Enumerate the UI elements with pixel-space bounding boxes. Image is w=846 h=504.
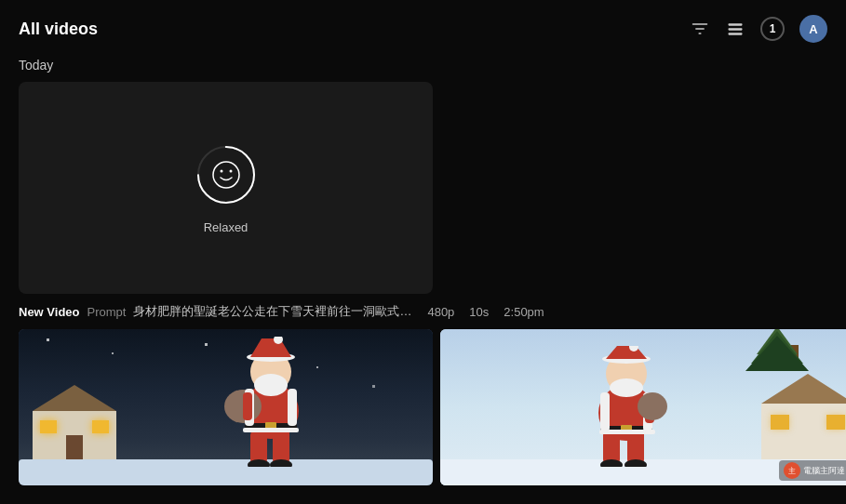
snow-particle-3 xyxy=(205,343,208,346)
house-right-roof xyxy=(761,374,846,404)
prompt-text: 身材肥胖的聖誕老公公走在下雪天裡前往一洞歐式建築的... xyxy=(133,303,412,320)
svg-point-6 xyxy=(220,169,222,172)
watermark-text: 電腦主阿達 xyxy=(803,465,845,477)
house-right-window-1 xyxy=(771,415,789,430)
notification-count: 1 xyxy=(770,22,776,35)
santa-left-figure xyxy=(215,337,327,467)
video-thumbnail-right[interactable]: 主 電腦主阿達 xyxy=(440,329,846,485)
thumbnail-scene-right: 主 電腦主阿達 xyxy=(440,329,846,485)
svg-point-5 xyxy=(213,162,239,188)
svg-point-41 xyxy=(638,392,667,420)
watermark-avatar: 主 xyxy=(784,462,800,479)
house-left-window-1 xyxy=(40,420,57,433)
svg-rect-23 xyxy=(288,389,297,426)
house-left-window-2 xyxy=(92,420,109,433)
watermark-container: 主 電腦主阿達 xyxy=(779,460,846,481)
tree-layer-3 xyxy=(745,336,809,371)
page-title: All videos xyxy=(19,20,98,39)
svg-marker-19 xyxy=(250,338,291,357)
house-left-roof xyxy=(33,385,116,411)
avatar-initials: A xyxy=(809,22,817,36)
header-actions: 1 A xyxy=(690,15,827,43)
video-info-row: New Video Prompt 身材肥胖的聖誕老公公走在下雪天裡前往一洞歐式建… xyxy=(0,294,846,329)
notification-badge[interactable]: 1 xyxy=(760,17,785,41)
santa-right-figure xyxy=(575,346,678,467)
prompt-label: Prompt xyxy=(87,305,127,319)
video-time: 2:50pm xyxy=(504,305,544,319)
house-left xyxy=(33,411,116,459)
svg-rect-1 xyxy=(729,28,743,31)
house-left-door xyxy=(66,435,83,459)
processing-indicator: Relaxed xyxy=(194,142,259,234)
thumbnail-scene-left xyxy=(19,329,433,485)
processing-video-card: Relaxed xyxy=(19,82,433,294)
video-title: New Video xyxy=(19,305,80,319)
svg-rect-15 xyxy=(243,428,299,432)
svg-marker-37 xyxy=(606,346,647,359)
video-thumbnail-left[interactable] xyxy=(19,329,433,485)
header: All videos 1 A xyxy=(0,0,846,54)
processing-circle xyxy=(194,142,259,207)
svg-point-21 xyxy=(254,374,288,396)
thumbnails-row: 主 電腦主阿達 xyxy=(0,329,846,504)
today-section-label: Today xyxy=(0,54,846,82)
svg-point-39 xyxy=(610,378,643,397)
house-right-body xyxy=(761,404,846,459)
filter-icon[interactable] xyxy=(690,19,710,39)
svg-rect-24 xyxy=(243,392,252,420)
snow-particle-5 xyxy=(372,385,375,388)
svg-rect-0 xyxy=(729,23,743,26)
snow-particle-4 xyxy=(316,366,318,368)
video-duration: 10s xyxy=(469,305,489,319)
svg-rect-33 xyxy=(600,392,610,431)
list-view-icon[interactable] xyxy=(725,19,745,39)
video-resolution: 480p xyxy=(427,305,454,319)
house-left-body xyxy=(33,411,116,459)
snow-particle-2 xyxy=(112,352,114,354)
app-container: All videos 1 A xyxy=(0,0,846,504)
svg-rect-2 xyxy=(729,33,743,34)
svg-point-7 xyxy=(229,169,232,172)
avatar[interactable]: A xyxy=(799,15,827,43)
house-right xyxy=(761,404,846,459)
processing-status-label: Relaxed xyxy=(204,220,248,234)
snow-particle-1 xyxy=(47,338,49,341)
house-right-window-2 xyxy=(826,415,845,430)
